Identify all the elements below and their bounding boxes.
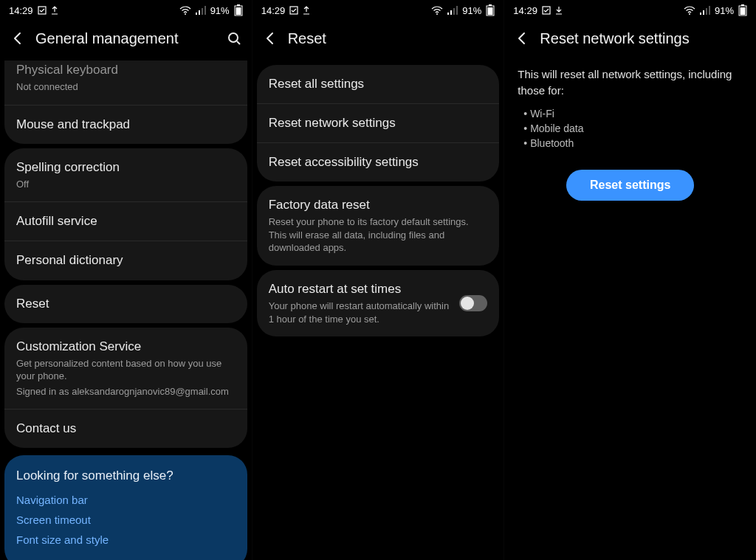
label: Mouse and trackpad: [16, 117, 236, 133]
signal-icon: [700, 6, 710, 15]
svg-rect-13: [450, 10, 452, 15]
row-reset[interactable]: Reset: [4, 285, 247, 323]
page-title: Reset: [288, 30, 494, 47]
svg-rect-19: [543, 7, 550, 14]
upload-icon: [303, 6, 310, 15]
signal-icon: [196, 6, 206, 15]
label: Autofill service: [16, 213, 236, 229]
status-battery-pct: 91%: [715, 5, 734, 16]
row-factory-data-reset[interactable]: Factory data reset Reset your phone to i…: [257, 186, 500, 266]
wifi-icon: [431, 6, 443, 15]
upload-icon: [51, 6, 58, 15]
signal-icon: [447, 6, 458, 15]
status-time: 14:29: [513, 5, 537, 16]
svg-rect-4: [202, 8, 203, 15]
svg-rect-21: [700, 13, 701, 15]
card-customization: Customization Service Get personalized c…: [4, 328, 247, 449]
row-physical-keyboard[interactable]: Physical keyboard Not connected: [4, 61, 247, 105]
header: Reset: [252, 21, 504, 56]
header: Reset network settings: [504, 21, 756, 56]
row-auto-restart[interactable]: Auto restart at set times Your phone wil…: [257, 270, 500, 336]
sub: Reset your phone to its factory default …: [269, 215, 488, 255]
wifi-icon: [684, 6, 695, 15]
card-text-services: Spelling correction Off Autofill service…: [4, 148, 247, 280]
svg-rect-18: [488, 7, 493, 15]
page-title: General management: [35, 30, 216, 47]
sub: Off: [16, 178, 236, 191]
screenshot-icon: [289, 6, 298, 15]
status-battery-pct: 91%: [462, 5, 481, 16]
svg-rect-27: [740, 7, 746, 15]
header: General management: [0, 21, 252, 56]
sub: Get personalized content based on how yo…: [16, 357, 236, 383]
back-icon[interactable]: [263, 31, 278, 46]
row-mouse-trackpad[interactable]: Mouse and trackpad: [4, 105, 247, 144]
row-customization-service[interactable]: Customization Service Get personalized c…: [4, 328, 247, 409]
svg-rect-3: [199, 10, 200, 15]
battery-icon: [486, 4, 495, 16]
svg-rect-2: [196, 13, 197, 15]
row-reset-accessibility-settings[interactable]: Reset accessibility settings: [257, 142, 500, 182]
bullet-wifi: Wi-Fi: [523, 106, 743, 121]
sub: Not connected: [16, 80, 236, 94]
svg-rect-12: [447, 13, 449, 15]
bullet-mobile-data: Mobile data: [523, 121, 743, 136]
row-reset-all-settings[interactable]: Reset all settings: [257, 65, 500, 103]
card-reset: Reset: [4, 285, 247, 323]
status-bar: 14:29 91%: [252, 0, 504, 21]
svg-rect-24: [709, 6, 710, 15]
status-time: 14:29: [261, 5, 286, 16]
label: Reset accessibility settings: [269, 154, 488, 170]
screen-reset: 14:29 91% Reset Reset all settings Re: [252, 0, 505, 560]
label: Spelling correction: [16, 159, 236, 176]
status-battery-pct: 91%: [210, 5, 230, 16]
card-auto-restart: Auto restart at set times Your phone wil…: [257, 270, 500, 336]
label: Reset network settings: [269, 115, 488, 131]
label: Personal dictionary: [16, 252, 236, 269]
row-contact-us[interactable]: Contact us: [4, 409, 247, 448]
svg-rect-22: [703, 10, 704, 15]
row-spelling-correction[interactable]: Spelling correction Off: [4, 148, 247, 202]
reset-settings-button[interactable]: Reset settings: [566, 170, 694, 201]
svg-point-11: [436, 13, 438, 15]
svg-point-1: [185, 13, 186, 15]
row-autofill-service[interactable]: Autofill service: [4, 201, 247, 241]
svg-rect-0: [38, 7, 46, 14]
card-input-devices: Physical keyboard Not connected Mouse an…: [4, 61, 247, 144]
search-icon[interactable]: [227, 31, 241, 46]
link-font-size-style[interactable]: Font size and style: [16, 533, 236, 546]
label: Reset all settings: [269, 76, 488, 92]
battery-icon: [738, 4, 747, 16]
download-icon: [555, 6, 563, 15]
reset-description: This will reset all network settings, in…: [518, 66, 743, 99]
svg-rect-5: [205, 6, 206, 15]
card-looking-for: Looking for something else? Navigation b…: [4, 455, 247, 560]
status-time: 14:29: [9, 5, 33, 16]
auto-restart-toggle[interactable]: [459, 295, 487, 311]
screen-reset-network-settings: 14:29 91% Reset network settings This wi…: [504, 0, 756, 560]
svg-point-9: [229, 33, 238, 42]
screen-general-management: 14:29 91% General management Physical ke…: [0, 0, 252, 560]
row-reset-network-settings[interactable]: Reset network settings: [257, 103, 500, 142]
screenshot-icon: [542, 6, 551, 15]
screenshot-icon: [38, 6, 47, 15]
svg-rect-14: [453, 8, 455, 15]
card-reset-options: Reset all settings Reset network setting…: [257, 65, 500, 182]
svg-rect-10: [290, 7, 298, 14]
reset-network-body: This will reset all network settings, in…: [504, 56, 756, 211]
status-bar: 14:29 91%: [0, 0, 252, 21]
battery-icon: [234, 4, 243, 16]
svg-point-20: [689, 13, 690, 15]
link-screen-timeout[interactable]: Screen timeout: [16, 514, 236, 526]
status-bar: 14:29 91%: [504, 0, 756, 21]
signed-in-as: Signed in as aleksandarognjanovic89@gmai…: [16, 385, 236, 398]
back-icon[interactable]: [10, 31, 25, 46]
link-navigation-bar[interactable]: Navigation bar: [16, 494, 236, 506]
row-personal-dictionary[interactable]: Personal dictionary: [4, 241, 247, 280]
label: Factory data reset: [269, 197, 488, 213]
sub: Your phone will restart automatically wi…: [269, 300, 453, 325]
label: Reset: [16, 296, 236, 312]
promo-heading: Looking for something else?: [16, 469, 236, 483]
bullet-bluetooth: Bluetooth: [523, 136, 743, 151]
back-icon[interactable]: [515, 31, 529, 46]
